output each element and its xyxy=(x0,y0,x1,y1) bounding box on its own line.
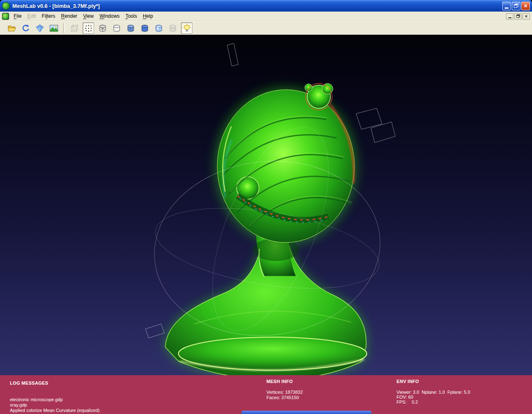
mdi-close-button[interactable]: × xyxy=(522,13,530,19)
texture-mode-icon xyxy=(168,24,178,33)
log-line: Applied colorize Mean Curvature (equaliz… xyxy=(10,408,100,413)
env-fov: FOV: 60 xyxy=(397,395,413,400)
open-folder-icon xyxy=(7,24,17,33)
mdi-restore-button[interactable] xyxy=(514,13,522,19)
toolbar-texture-button[interactable] xyxy=(167,22,178,34)
toolbar xyxy=(0,21,532,35)
minimize-icon xyxy=(505,7,508,9)
toolbar-points-button[interactable] xyxy=(83,22,94,34)
menu-items: FileEditFiltersRenderViewWindowsToolsHel… xyxy=(11,12,156,20)
toolbar-snapshot-button[interactable] xyxy=(48,22,59,34)
toolbar-open-button[interactable] xyxy=(6,22,17,34)
toolbar-separator xyxy=(63,23,65,33)
menu-windows[interactable]: Windows xyxy=(97,12,123,20)
log-line: electronic microscope.gdp xyxy=(10,397,63,402)
toolbar-save-button[interactable] xyxy=(34,22,45,34)
menubar: FileEditFiltersRenderViewWindowsToolsHel… xyxy=(0,12,532,21)
meshlab-app-icon xyxy=(2,2,10,10)
flat-lines-mode-icon xyxy=(126,24,135,33)
close-icon: × xyxy=(524,3,527,9)
meshlab-window: MeshLab v0.6 - [bimba_3.7Mf.ply*] × File… xyxy=(0,0,532,414)
env-info-title: ENV INFO xyxy=(397,379,419,384)
toolbar-light-button[interactable] xyxy=(181,22,192,34)
toolbar-reload-button[interactable] xyxy=(20,22,31,34)
hidden-lines-mode-icon xyxy=(112,24,121,33)
mesh-faces: Faces: 3745150 xyxy=(266,395,299,400)
toolbar-bbox-button[interactable] xyxy=(69,22,80,34)
mdi-restore-icon xyxy=(516,14,520,18)
flat-mode-icon xyxy=(140,24,150,33)
restore-button[interactable] xyxy=(512,2,520,10)
mdi-close-icon: × xyxy=(525,14,527,19)
save-icon xyxy=(35,24,45,33)
restore-icon xyxy=(514,4,518,8)
statusbar: LOG MESSAGES electronic microscope.gdp x… xyxy=(0,375,532,414)
log-line: xray.gdp xyxy=(10,402,27,407)
taskbar-fragment xyxy=(242,411,371,414)
wireframe-mode-icon xyxy=(98,24,107,33)
mdi-minimize-button[interactable] xyxy=(506,13,513,19)
menu-view[interactable]: View xyxy=(80,12,97,20)
menu-tools[interactable]: Tools xyxy=(123,12,140,20)
menu-edit[interactable]: Edit xyxy=(24,12,39,20)
reload-icon xyxy=(21,24,31,33)
minimize-button[interactable] xyxy=(502,2,511,10)
mesh-vertices: Vertices: 1873832 xyxy=(266,390,303,395)
mesh-info-title: MESH INFO xyxy=(266,379,293,384)
menu-help[interactable]: Help xyxy=(140,12,156,20)
smooth-mode-icon xyxy=(154,24,164,33)
titlebar: MeshLab v0.6 - [bimba_3.7Mf.ply*] × xyxy=(0,0,532,12)
toolbar-flat-button[interactable] xyxy=(139,22,150,34)
env-viewer: Viewer: 3.0 Nplane: 1.0 Fplane: 5.0 xyxy=(397,390,470,395)
window-title: MeshLab v0.6 - [bimba_3.7Mf.ply*] xyxy=(12,3,501,9)
toolbar-flat-lines-button[interactable] xyxy=(125,22,136,34)
snapshot-icon xyxy=(49,24,59,33)
light-bulb-icon xyxy=(182,24,192,33)
points-mode-icon xyxy=(84,24,93,33)
menu-filters[interactable]: Filters xyxy=(39,12,58,20)
toolbar-smooth-button[interactable] xyxy=(153,22,164,34)
mdi-minimize-icon xyxy=(508,17,511,18)
document-icon xyxy=(2,13,9,20)
mesh-3d-scene[interactable] xyxy=(0,35,532,375)
menu-render[interactable]: Render xyxy=(58,12,80,20)
mdi-buttons: × xyxy=(506,13,530,19)
viewport[interactable] xyxy=(0,35,532,375)
close-button[interactable]: × xyxy=(521,2,530,10)
toolbar-wireframe-button[interactable] xyxy=(97,22,108,34)
menu-file[interactable]: File xyxy=(11,12,24,20)
env-fps: FPS: 0.2 xyxy=(397,400,418,404)
log-messages-title: LOG MESSAGES xyxy=(10,381,48,385)
bounding-box-icon xyxy=(70,24,79,33)
toolbar-hidden-lines-button[interactable] xyxy=(111,22,122,34)
